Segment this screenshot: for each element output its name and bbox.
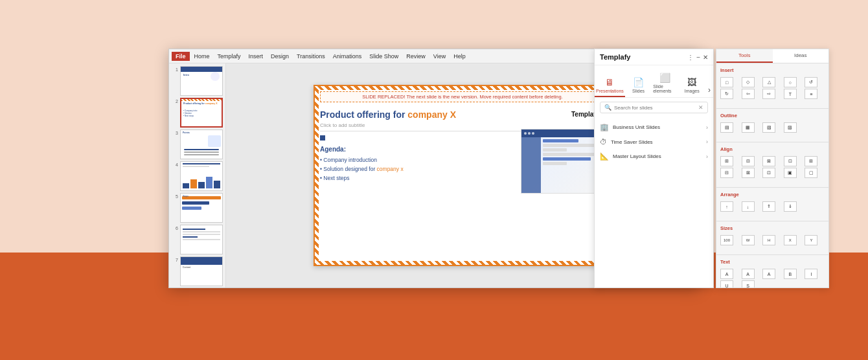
- slide5-label: Steps: [183, 195, 188, 197]
- align-btn-1[interactable]: ⊞: [720, 156, 733, 166]
- outline-btn-3[interactable]: ▧: [762, 122, 775, 133]
- menu-insert[interactable]: Insert: [246, 52, 267, 61]
- tab-more-button[interactable]: ›: [705, 83, 713, 97]
- arrange-btn-1[interactable]: ↑: [720, 201, 733, 212]
- slide7-header: [181, 257, 222, 265]
- menu-design[interactable]: Design: [268, 52, 292, 61]
- menu-slideshow[interactable]: Slide Show: [366, 52, 402, 61]
- insert-btn-6[interactable]: ↻: [720, 89, 733, 99]
- tab-slide-elements[interactable]: ⬜ Slide elements: [652, 70, 678, 97]
- slide-img-3[interactable]: Points: [180, 129, 223, 159]
- tp-minimize-button[interactable]: −: [696, 54, 700, 61]
- insert-btn-3[interactable]: △: [762, 77, 775, 87]
- slide-thumb-4[interactable]: 4: [172, 161, 223, 191]
- align-btn-5[interactable]: ⊞: [805, 156, 817, 166]
- tab-slides[interactable]: 📄 Slides: [625, 74, 652, 97]
- insert-btn-2[interactable]: ◇: [742, 77, 755, 87]
- slide-panel[interactable]: 1 Intro 2 Product offering for company X: [169, 63, 226, 287]
- align-btn-10[interactable]: ▢: [805, 168, 817, 178]
- menu-review[interactable]: Review: [403, 52, 429, 61]
- slide-thumb-6[interactable]: 6: [172, 225, 223, 254]
- slide-title[interactable]: Product offering for company X: [320, 109, 605, 120]
- ss-header: [521, 129, 604, 137]
- slide-thumb-2[interactable]: 2 Product offering for company X • Compa…: [172, 98, 223, 128]
- list-item-master-layout[interactable]: 📐 Master Layout Slides ›: [595, 149, 713, 164]
- slide-img-4[interactable]: [180, 161, 223, 191]
- tools-header: Tools Ideas: [716, 49, 828, 63]
- time-saver-label: Time Saver Slides: [611, 139, 653, 145]
- outline-btn-4[interactable]: ▨: [784, 122, 797, 133]
- slide2-title: Product offering for company X: [183, 102, 218, 105]
- menu-animations[interactable]: Animations: [330, 52, 365, 61]
- tab-images[interactable]: 🖼 Images: [679, 74, 705, 97]
- tools-arrange-section: ↑ ↓ ⇑ ⇓: [716, 199, 828, 218]
- arrange-btn-4[interactable]: ⇓: [784, 201, 797, 212]
- agenda-text-3: Next steps: [323, 175, 349, 181]
- outline-btn-1[interactable]: ▤: [720, 122, 733, 133]
- tools-tab-ideas[interactable]: Ideas: [773, 49, 829, 63]
- size-btn-4[interactable]: X: [784, 235, 797, 245]
- outline-btn-2[interactable]: ▦: [742, 122, 755, 133]
- size-btn-2[interactable]: W: [742, 235, 755, 245]
- text-btn-7[interactable]: S: [742, 280, 755, 287]
- tp-tabs: 🖥 Presentations 📄 Slides ⬜ Slide element…: [595, 65, 713, 98]
- insert-btn-4[interactable]: ○: [784, 77, 797, 87]
- menu-templafy[interactable]: Templafy: [214, 52, 244, 61]
- images-icon: 🖼: [687, 77, 696, 87]
- align-btn-2[interactable]: ⊟: [742, 156, 755, 166]
- menu-transitions[interactable]: Transitions: [293, 52, 328, 61]
- slide-img-7[interactable]: Content: [180, 256, 223, 286]
- tp-search-bar[interactable]: 🔍 ✕: [600, 102, 708, 113]
- insert-btn-7[interactable]: ⇦: [742, 89, 755, 99]
- menu-help[interactable]: Help: [450, 52, 469, 61]
- insert-btn-8[interactable]: ⇨: [762, 89, 775, 99]
- tab-slide-elements-label: Slide elements: [653, 84, 677, 93]
- slide-img-5[interactable]: Steps: [180, 193, 223, 223]
- tp-title: Templafy: [600, 53, 630, 61]
- stripe-border-bottom: [314, 261, 611, 266]
- text-btn-2[interactable]: A: [742, 269, 755, 279]
- align-btn-8[interactable]: ⊡: [762, 168, 775, 178]
- tools-tab-tools[interactable]: Tools: [716, 49, 773, 63]
- text-btn-3[interactable]: A: [762, 269, 775, 279]
- insert-btn-10[interactable]: ≡: [805, 89, 817, 99]
- menu-file[interactable]: File: [172, 52, 190, 61]
- search-input[interactable]: [614, 105, 696, 111]
- text-btn-6[interactable]: U: [720, 280, 733, 287]
- size-btn-3[interactable]: H: [762, 235, 775, 245]
- insert-btn-1[interactable]: □: [720, 77, 733, 87]
- text-btn-5[interactable]: I: [805, 269, 817, 279]
- slide-thumb-5[interactable]: 5 Steps: [172, 193, 223, 223]
- list-item-time-saver[interactable]: ⏱ Time Saver Slides ›: [595, 135, 713, 149]
- text-btn-4[interactable]: B: [784, 269, 797, 279]
- chevron-icon-3: ›: [706, 153, 708, 160]
- slide-img-2[interactable]: Product offering for company X • Company…: [180, 98, 223, 128]
- menu-home[interactable]: Home: [191, 52, 213, 61]
- main-slide[interactable]: SLIDE REPLACED! The next slide is the ne…: [314, 85, 611, 266]
- ss-dot-3: [532, 132, 534, 135]
- size-btn-1[interactable]: 100: [720, 235, 733, 245]
- search-clear-button[interactable]: ✕: [698, 104, 703, 111]
- size-btn-5[interactable]: Y: [805, 235, 817, 245]
- align-btn-3[interactable]: ⊠: [762, 156, 775, 166]
- slide-img-6[interactable]: [180, 225, 223, 254]
- slide-thumb-3[interactable]: 3 Points: [172, 129, 223, 159]
- slide-thumb-7[interactable]: 7 Content: [172, 256, 223, 286]
- slide-thumb-1[interactable]: 1 Intro: [172, 66, 223, 96]
- align-btn-4[interactable]: ⊡: [784, 156, 797, 166]
- arrange-btn-2[interactable]: ↓: [742, 201, 755, 212]
- align-btn-7[interactable]: ⊠: [742, 168, 755, 178]
- insert-btn-9[interactable]: T: [784, 89, 797, 99]
- slide-img-1[interactable]: Intro: [180, 66, 223, 96]
- tp-close-button[interactable]: ✕: [703, 54, 708, 61]
- text-btn-1[interactable]: A: [720, 269, 733, 279]
- agenda-text-2b: company x: [377, 166, 404, 172]
- insert-btn-5[interactable]: ↺: [805, 77, 817, 87]
- arrange-btn-3[interactable]: ⇑: [762, 201, 775, 212]
- align-btn-9[interactable]: ▣: [784, 168, 797, 178]
- list-item-business-unit[interactable]: 🏢 Business Unit Slides ›: [595, 120, 713, 135]
- tp-options-button[interactable]: ⋮: [687, 54, 694, 61]
- menu-view[interactable]: View: [430, 52, 449, 61]
- align-btn-6[interactable]: ⊟: [720, 168, 733, 178]
- tab-presentations[interactable]: 🖥 Presentations: [595, 74, 625, 97]
